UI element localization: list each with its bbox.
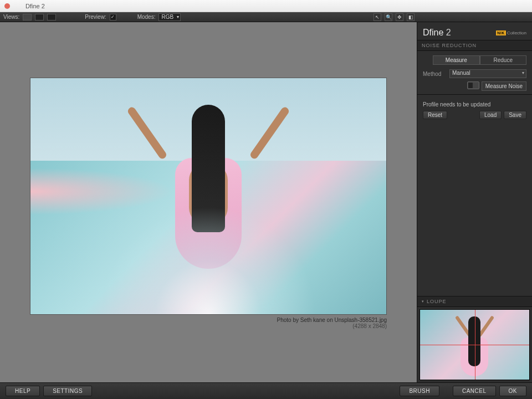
method-label: Method bbox=[423, 71, 445, 77]
view-split-icon[interactable] bbox=[35, 14, 44, 21]
modes-select[interactable]: RGB bbox=[158, 13, 181, 21]
top-toolbar: Views: Preview: ✓ Modes: RGB ↖ 🔍 ✥ ◧ bbox=[0, 12, 532, 22]
preview-image[interactable] bbox=[30, 78, 387, 315]
loupe-header[interactable]: ▾ LOUPE bbox=[417, 296, 532, 307]
close-window-icon[interactable] bbox=[4, 3, 10, 9]
load-button[interactable]: Load bbox=[479, 111, 502, 119]
help-button[interactable]: HELP bbox=[6, 386, 40, 396]
noise-reduction-panel: Measure Reduce Method Manual Measure Noi… bbox=[417, 51, 532, 124]
view-single-icon[interactable] bbox=[23, 14, 32, 21]
auto-toggle[interactable] bbox=[467, 81, 479, 89]
nik-badge-icon: NIK bbox=[496, 30, 506, 35]
os-titlebar: Dfine 2 bbox=[0, 0, 532, 12]
side-header: Dfine 2 NIK Collection bbox=[417, 22, 532, 40]
loupe-panel bbox=[417, 307, 532, 382]
brand-mark: NIK Collection bbox=[496, 30, 526, 35]
method-select[interactable]: Manual bbox=[449, 69, 526, 78]
image-dimensions: (4288 x 2848) bbox=[30, 323, 387, 329]
save-button[interactable]: Save bbox=[504, 111, 526, 119]
brush-button[interactable]: BRUSH bbox=[400, 386, 439, 396]
measure-noise-button[interactable]: Measure Noise bbox=[482, 81, 526, 91]
profile-status: Profile needs to be updated bbox=[423, 98, 526, 111]
footer-bar: HELP SETTINGS BRUSH CANCEL OK bbox=[0, 382, 532, 399]
view-side-icon[interactable] bbox=[47, 14, 56, 21]
loupe-preview[interactable] bbox=[420, 309, 530, 380]
pan-tool-icon[interactable]: ✥ bbox=[396, 13, 403, 21]
tab-reduce[interactable]: Reduce bbox=[480, 55, 527, 65]
app-title: Dfine 2 bbox=[423, 28, 451, 38]
select-tool-icon[interactable]: ↖ bbox=[374, 13, 381, 21]
chevron-down-icon: ▾ bbox=[422, 299, 424, 304]
settings-button[interactable]: SETTINGS bbox=[43, 386, 92, 396]
window-title: Dfine 2 bbox=[25, 3, 45, 9]
preview-label: Preview: bbox=[85, 14, 106, 20]
measure-reduce-tabs: Measure Reduce bbox=[433, 55, 526, 65]
side-panel: Dfine 2 NIK Collection NOISE REDUCTION M… bbox=[417, 22, 532, 382]
image-filename: Photo by Seth kane on Unsplash-358521.jp… bbox=[30, 317, 387, 323]
preview-checkbox[interactable]: ✓ bbox=[110, 14, 116, 21]
tab-measure[interactable]: Measure bbox=[433, 55, 480, 65]
app-window: Dfine 2 Views: Preview: ✓ Modes: RGB ↖ 🔍… bbox=[0, 0, 532, 399]
modes-label: Modes: bbox=[137, 14, 156, 20]
loupe-crosshair-h bbox=[420, 345, 529, 345]
main-area: Photo by Seth kane on Unsplash-358521.jp… bbox=[0, 22, 532, 382]
bgcolor-tool-icon[interactable]: ◧ bbox=[407, 13, 415, 21]
cancel-button[interactable]: CANCEL bbox=[453, 386, 496, 396]
image-caption: Photo by Seth kane on Unsplash-358521.jp… bbox=[30, 317, 387, 329]
reset-button[interactable]: Reset bbox=[423, 111, 447, 119]
canvas-area: Photo by Seth kane on Unsplash-358521.jp… bbox=[0, 22, 417, 382]
views-label: Views: bbox=[3, 14, 19, 20]
noise-reduction-header[interactable]: NOISE REDUCTION bbox=[417, 40, 532, 51]
ok-button[interactable]: OK bbox=[499, 386, 526, 396]
zoom-tool-icon[interactable]: 🔍 bbox=[385, 13, 392, 21]
